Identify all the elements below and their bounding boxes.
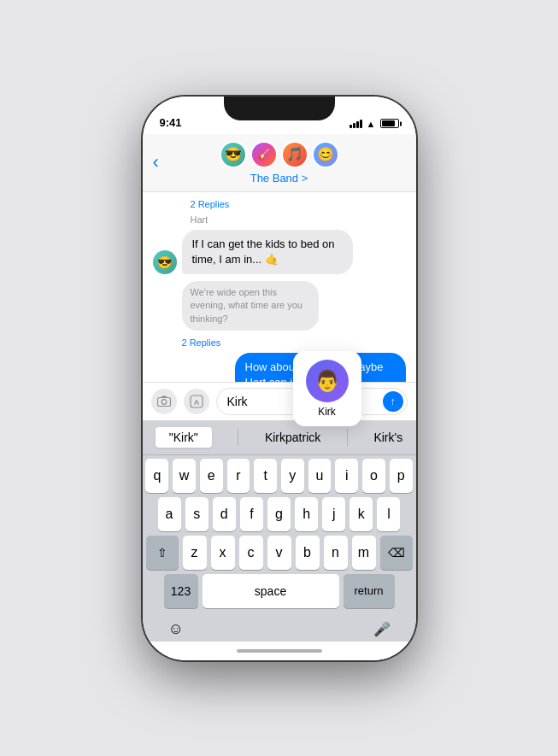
key-s[interactable]: s <box>185 497 209 531</box>
mention-name: Kirk <box>305 406 349 418</box>
key-p[interactable]: p <box>390 459 413 493</box>
keyboard-row-3: ⇧ z x c v b n m ⌫ <box>146 536 413 570</box>
autocomplete-item-2[interactable]: Kirkpatrick <box>265 431 320 444</box>
num-key[interactable]: 123 <box>164 574 198 608</box>
svg-point-1 <box>162 400 167 405</box>
key-r[interactable]: r <box>227 459 250 493</box>
avatar-hart: 😎 <box>153 250 177 274</box>
key-c[interactable]: c <box>239 536 263 570</box>
key-j[interactable]: j <box>322 497 345 531</box>
key-q[interactable]: q <box>145 459 168 493</box>
back-button[interactable]: ‹ <box>153 153 159 172</box>
svg-text:A: A <box>193 398 199 407</box>
key-f[interactable]: f <box>240 497 263 531</box>
chat-area: 2 Replies Hart 😎 If I can get the kids t… <box>143 192 416 382</box>
mention-avatar: 👨 <box>306 360 349 402</box>
key-i[interactable]: i <box>335 459 358 493</box>
key-n[interactable]: n <box>324 536 348 570</box>
key-z[interactable]: z <box>183 536 207 570</box>
notch <box>224 97 335 120</box>
key-x[interactable]: x <box>211 536 235 570</box>
key-a[interactable]: a <box>158 497 181 531</box>
mention-popup[interactable]: 👨 Kirk <box>293 351 361 426</box>
key-g[interactable]: g <box>267 497 291 531</box>
keyboard-bottom-bar: ☺ 🎤 <box>143 618 416 642</box>
key-b[interactable]: b <box>296 536 320 570</box>
avatar-2: 🎸 <box>250 141 278 168</box>
replies-label-2[interactable]: 2 Replies <box>182 337 406 348</box>
key-l[interactable]: l <box>377 497 400 531</box>
group-name[interactable]: The Band > <box>250 172 308 185</box>
message-row-gray: We're wide open this evening, what time … <box>182 281 406 331</box>
phone-frame: 9:41 ▲ ‹ <box>143 97 416 660</box>
key-h[interactable]: h <box>295 497 318 531</box>
key-v[interactable]: v <box>267 536 291 570</box>
key-y[interactable]: y <box>281 459 304 493</box>
key-o[interactable]: o <box>362 459 385 493</box>
phone-screen: 9:41 ▲ ‹ <box>143 97 416 660</box>
status-icons: ▲ <box>349 119 399 129</box>
autocomplete-item-3[interactable]: Kirk's <box>373 431 402 444</box>
autocomplete-divider-2 <box>347 429 348 446</box>
autocomplete-item-1[interactable]: "Kirk" <box>156 427 212 448</box>
avatar-1: 😎 <box>220 141 247 168</box>
key-u[interactable]: u <box>308 459 332 493</box>
message-row-1: 😎 If I can get the kids to bed on time, … <box>153 230 406 274</box>
autocomplete-divider-1 <box>238 429 238 446</box>
key-e[interactable]: e <box>200 459 223 493</box>
avatar-4: 😊 <box>312 141 339 168</box>
keyboard: q w e r t y u i o p a s d f g <box>143 455 416 618</box>
appstore-button[interactable]: A <box>184 389 209 414</box>
shift-key[interactable]: ⇧ <box>146 536 179 570</box>
camera-button[interactable] <box>151 389 177 414</box>
key-d[interactable]: d <box>213 497 236 531</box>
keyboard-row-4: 123 space return <box>146 574 413 608</box>
emoji-button[interactable]: ☺ <box>168 620 184 638</box>
signal-icon <box>349 120 362 128</box>
delete-key[interactable]: ⌫ <box>380 536 413 570</box>
replies-label-1[interactable]: 2 Replies <box>191 199 406 209</box>
return-key[interactable]: return <box>344 574 395 608</box>
home-indicator <box>237 649 322 653</box>
key-w[interactable]: w <box>173 459 196 493</box>
keyboard-row-1: q w e r t y u i o p <box>146 459 413 493</box>
input-bar: A Kirk ↑ <box>143 382 416 420</box>
conversation-header: ‹ 😎 🎸 🎵 😊 The Band > <box>143 134 416 192</box>
message-row-sent: How about 8 p.m. so maybe Hart can join? <box>153 353 406 381</box>
wifi-icon: ▲ <box>367 119 376 129</box>
key-m[interactable]: m <box>352 536 376 570</box>
avatar-3: 🎵 <box>281 141 308 168</box>
status-time: 9:41 <box>160 116 182 129</box>
bubble-gray: We're wide open this evening, what time … <box>182 281 319 331</box>
svg-rect-0 <box>157 398 170 407</box>
autocomplete-bar: "Kirk" Kirkpatrick Kirk's <box>143 420 416 455</box>
group-avatars[interactable]: 😎 🎸 🎵 😊 <box>220 141 339 168</box>
bubble-1: If I can get the kids to bed on time, I … <box>182 230 353 274</box>
space-key[interactable]: space <box>203 574 339 608</box>
keyboard-row-2: a s d f g h j k l <box>146 497 413 531</box>
microphone-button[interactable]: 🎤 <box>373 621 391 637</box>
send-button[interactable]: ↑ <box>383 391 403 412</box>
svg-rect-2 <box>162 396 167 398</box>
battery-icon <box>380 119 399 128</box>
key-t[interactable]: t <box>254 459 277 493</box>
message-input-text[interactable]: Kirk <box>227 395 248 408</box>
sender-name-1: Hart <box>191 214 406 225</box>
key-k[interactable]: k <box>349 497 373 531</box>
home-indicator-area <box>143 642 416 660</box>
